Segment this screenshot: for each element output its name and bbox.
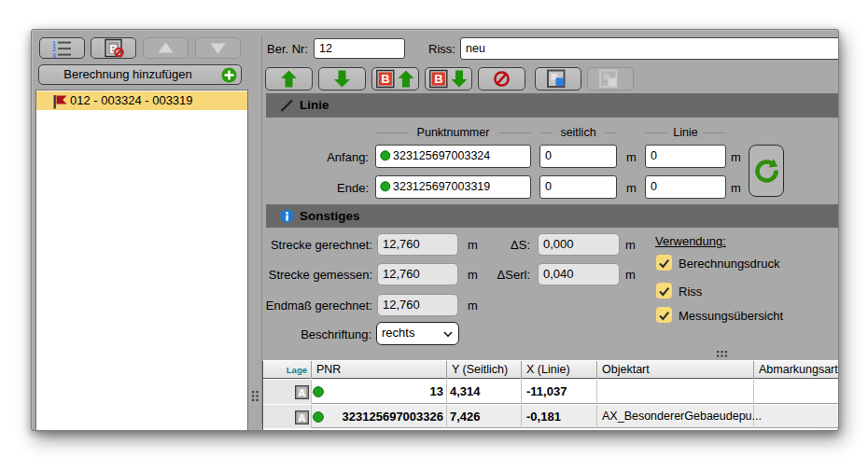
svg-text:B: B xyxy=(381,72,389,86)
svg-text:B: B xyxy=(434,72,442,86)
svg-text:A: A xyxy=(299,412,306,424)
svg-text:3: 3 xyxy=(52,52,56,58)
svg-text:A: A xyxy=(299,387,306,398)
